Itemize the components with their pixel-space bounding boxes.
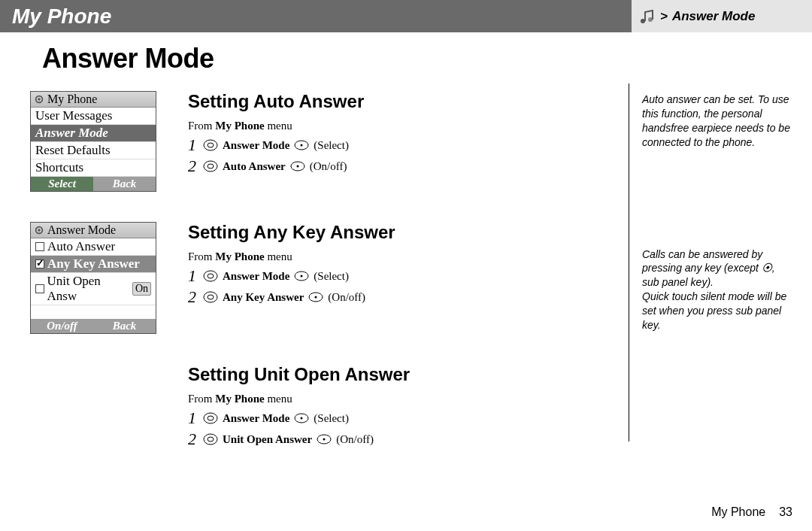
svg-point-18 — [204, 292, 217, 302]
section-heading: Setting Any Key Answer — [188, 222, 632, 243]
page-footer: My Phone 33 — [711, 505, 792, 519]
navkey-icon — [203, 160, 218, 172]
svg-point-13 — [38, 229, 41, 232]
gear-icon — [34, 94, 44, 105]
step-2: 2 Any Key Answer (On/off) — [188, 287, 632, 307]
menu-item[interactable]: Auto Answer — [31, 238, 156, 256]
svg-point-27 — [208, 437, 214, 441]
checkbox-icon — [35, 242, 44, 251]
softkey-back[interactable]: Back — [93, 319, 156, 333]
svg-point-22 — [204, 413, 217, 423]
menu-item[interactable]: Reset Defaults — [31, 142, 156, 159]
svg-point-14 — [204, 271, 217, 281]
breadcrumb-prefix: > — [660, 9, 668, 24]
status-badge: On — [132, 282, 151, 296]
step-2: 2 Unit Open Answer (On/off) — [188, 429, 632, 449]
selectkey-icon — [317, 433, 332, 445]
music-note-icon — [638, 8, 656, 26]
phone-title: My Phone — [47, 93, 97, 106]
section-heading: Setting Auto Answer — [188, 91, 632, 112]
menu-item[interactable]: Shortcuts — [31, 159, 156, 177]
from-line: From My Phone menu — [188, 393, 632, 405]
header-chapter: My Phone — [0, 0, 632, 32]
phone-titlebar: Answer Mode — [31, 223, 156, 238]
menu-item[interactable]: Unit Open AnswOn — [31, 273, 156, 305]
section-any-key-answer: Answer Mode Auto Answer Any Key Answer U… — [30, 222, 632, 334]
phone-title: Answer Mode — [47, 223, 116, 237]
softkey-onoff[interactable]: On/off — [31, 319, 93, 333]
page-title: Answer Mode — [30, 43, 632, 74]
svg-point-9 — [208, 164, 214, 168]
svg-point-26 — [204, 434, 217, 445]
svg-point-17 — [301, 275, 303, 278]
svg-point-5 — [208, 143, 214, 147]
step-1: 1 Answer Mode (Select) — [188, 135, 632, 155]
svg-point-8 — [204, 161, 217, 171]
svg-point-4 — [204, 140, 217, 150]
section-heading: Setting Unit Open Answer — [188, 364, 632, 385]
phone-screenshot-answermode: Answer Mode Auto Answer Any Key Answer U… — [30, 222, 156, 334]
navkey-icon — [203, 433, 218, 445]
vertical-divider — [629, 83, 629, 441]
svg-point-29 — [323, 438, 326, 441]
step-1: 1 Answer Mode (Select) — [188, 408, 632, 428]
svg-point-15 — [208, 274, 214, 278]
selectkey-icon — [290, 160, 305, 172]
phone-titlebar: My Phone — [31, 92, 156, 108]
sidenote-auto-answer: Auto answer can be set. To use this func… — [642, 93, 792, 150]
svg-point-11 — [296, 165, 298, 168]
selectkey-icon — [294, 412, 309, 424]
navkey-icon — [203, 412, 218, 424]
svg-point-7 — [301, 144, 303, 147]
checkbox-icon — [35, 284, 44, 293]
checkbox-checked-icon — [35, 259, 44, 269]
section-auto-answer: My Phone User Messages Answer Mode Reset… — [30, 91, 632, 192]
phone-screenshot-myphone: My Phone User Messages Answer Mode Reset… — [30, 91, 156, 192]
page-header: My Phone > Answer Mode — [0, 0, 812, 32]
gear-icon — [34, 225, 44, 235]
breadcrumb-title: Answer Mode — [672, 9, 756, 24]
navkey-icon — [203, 291, 218, 303]
softkey-back[interactable]: Back — [93, 177, 156, 191]
svg-point-21 — [315, 296, 317, 299]
menu-item-selected[interactable]: Answer Mode — [31, 125, 156, 142]
footer-page-number: 33 — [779, 505, 792, 519]
softkey-select[interactable]: Select — [31, 177, 93, 191]
svg-point-23 — [208, 416, 214, 420]
menu-item-selected[interactable]: Any Key Answer — [31, 256, 156, 273]
step-1: 1 Answer Mode (Select) — [188, 266, 632, 286]
menu-item[interactable]: User Messages — [31, 108, 156, 125]
svg-point-3 — [38, 98, 41, 101]
svg-point-19 — [208, 295, 214, 299]
sidenote-any-key: Calls can be answered by pressing any ke… — [642, 247, 792, 332]
from-line: From My Phone menu — [188, 120, 632, 132]
section-unit-open-answer: Setting Unit Open Answer From My Phone m… — [30, 364, 632, 451]
from-line: From My Phone menu — [188, 250, 632, 263]
svg-point-25 — [301, 417, 303, 420]
selectkey-icon — [294, 270, 309, 282]
navkey-icon — [203, 270, 218, 282]
navkey-icon — [203, 139, 218, 151]
selectkey-icon — [308, 291, 323, 303]
footer-chapter: My Phone — [711, 505, 765, 519]
step-2: 2 Auto Answer (On/off) — [188, 156, 632, 176]
selectkey-icon — [294, 139, 309, 151]
header-breadcrumb: > Answer Mode — [632, 0, 812, 32]
